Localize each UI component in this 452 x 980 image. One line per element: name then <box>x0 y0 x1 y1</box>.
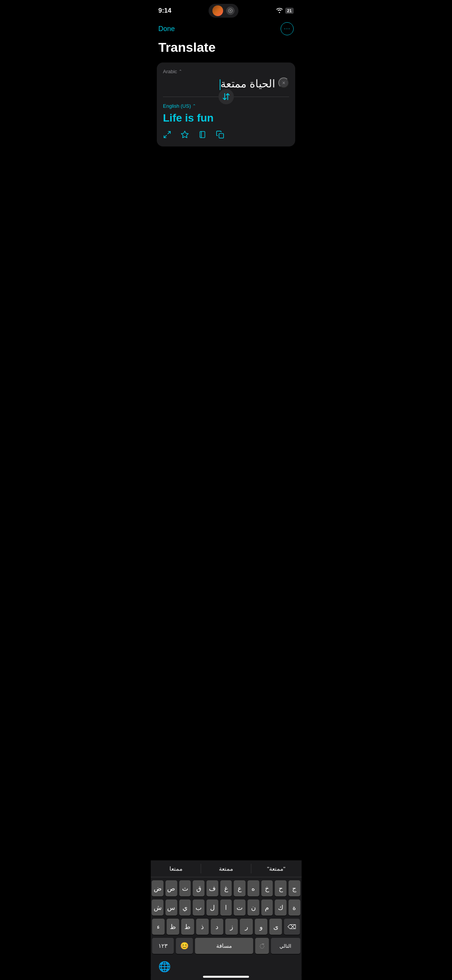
copy-icon <box>216 130 224 139</box>
source-text[interactable]: الحياة ممتعة <box>163 77 275 90</box>
star-icon <box>181 130 189 139</box>
svg-point-1 <box>230 10 231 12</box>
source-lang-text: Arabic <box>163 69 177 74</box>
done-button[interactable]: Done <box>158 25 175 33</box>
divider-row <box>163 97 289 97</box>
target-lang-text: English (US) <box>163 103 191 109</box>
page-title: Translate <box>151 40 301 62</box>
source-lang-arrow-icon: ⌃ <box>179 69 182 74</box>
status-icons: 21 <box>276 8 294 14</box>
status-avatar <box>212 5 223 16</box>
dictionary-button[interactable] <box>198 130 207 139</box>
svg-rect-5 <box>219 133 224 138</box>
status-time: 9:14 <box>158 7 171 15</box>
action-icons <box>163 130 289 139</box>
target-lang-arrow-icon: ⌃ <box>192 104 196 109</box>
battery-badge: 21 <box>285 8 294 14</box>
copy-button[interactable] <box>216 130 224 139</box>
more-button[interactable]: ··· <box>281 22 294 35</box>
clear-button[interactable]: × <box>278 77 289 88</box>
more-dots-icon: ··· <box>284 26 290 32</box>
status-bar: 9:14 21 <box>151 0 301 19</box>
nav-bar: Done ··· <box>151 19 301 40</box>
book-icon <box>198 130 207 139</box>
clear-icon: × <box>282 80 285 86</box>
favorite-button[interactable] <box>181 130 189 139</box>
target-text: Life is fun <box>163 112 289 124</box>
status-center <box>209 4 238 18</box>
swap-icon <box>222 92 230 101</box>
status-pill-icon <box>226 7 235 15</box>
expand-button[interactable] <box>163 130 171 139</box>
wifi-icon <box>276 8 283 14</box>
source-lang-label[interactable]: Arabic ⌃ <box>163 69 289 74</box>
source-text-area: الحياة ممتعة × <box>163 77 289 90</box>
expand-icon <box>163 130 171 139</box>
swap-button[interactable] <box>219 89 234 104</box>
svg-marker-2 <box>181 131 188 137</box>
translation-card: Arabic ⌃ الحياة ممتعة × English (US) ⌃ L… <box>157 62 295 146</box>
svg-rect-3 <box>200 131 205 138</box>
